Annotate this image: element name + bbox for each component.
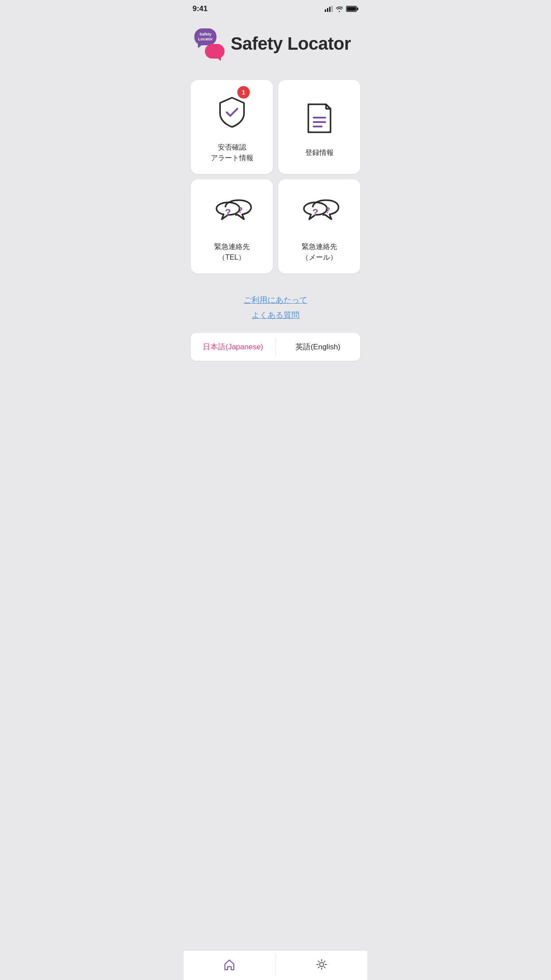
svg-text:?: ? bbox=[325, 206, 330, 215]
registration-card[interactable]: 登録情報 bbox=[278, 80, 360, 174]
document-icon bbox=[299, 98, 339, 139]
svg-point-4 bbox=[341, 6, 343, 8]
logo-text: SafetyLocator bbox=[198, 32, 213, 42]
svg-rect-0 bbox=[325, 9, 326, 12]
faq-link[interactable]: よくある質問 bbox=[252, 310, 299, 320]
terms-link[interactable]: ご利用にあたって bbox=[244, 295, 307, 305]
wifi-icon bbox=[335, 6, 343, 12]
safety-check-card[interactable]: 1 安否確認アラート情報 bbox=[191, 80, 273, 174]
english-lang-button[interactable]: 英語(English) bbox=[276, 333, 361, 361]
safety-check-label: 安否確認アラート情報 bbox=[211, 142, 253, 163]
language-switcher: 日本語(Japanese) 英語(English) bbox=[191, 333, 360, 361]
status-bar: 9:41 bbox=[184, 0, 367, 16]
chat-mail-icon: ? ? bbox=[299, 192, 339, 233]
japanese-lang-button[interactable]: 日本語(Japanese) bbox=[191, 333, 276, 361]
chat-tel-icon: ? ? bbox=[212, 192, 252, 233]
svg-text:?: ? bbox=[312, 207, 318, 218]
app-header: SafetyLocator Safety Locator bbox=[184, 16, 367, 66]
status-time: 9:41 bbox=[193, 4, 208, 13]
logo-bubble-purple: SafetyLocator bbox=[194, 28, 216, 45]
svg-rect-1 bbox=[327, 8, 328, 12]
signal-icon bbox=[325, 6, 333, 12]
notification-badge: 1 bbox=[237, 86, 250, 99]
card-grid: 1 安否確認アラート情報 登録情報 bbox=[184, 73, 367, 281]
emergency-mail-label: 緊急連絡先（メール） bbox=[302, 241, 337, 263]
emergency-tel-card[interactable]: ? ? 緊急連絡先（TEL） bbox=[191, 179, 273, 273]
svg-rect-6 bbox=[357, 8, 358, 10]
logo-bubble-pink bbox=[205, 44, 224, 59]
links-section: ご利用にあたって よくある質問 bbox=[184, 281, 367, 328]
svg-rect-3 bbox=[331, 6, 333, 12]
battery-icon bbox=[346, 6, 358, 12]
svg-text:?: ? bbox=[225, 207, 231, 218]
svg-rect-2 bbox=[329, 7, 331, 12]
app-logo: SafetyLocator bbox=[194, 28, 224, 59]
status-icons bbox=[325, 6, 358, 12]
svg-text:?: ? bbox=[238, 206, 243, 215]
svg-rect-7 bbox=[347, 7, 356, 11]
emergency-mail-card[interactable]: ? ? 緊急連絡先（メール） bbox=[278, 179, 360, 273]
shield-check-icon bbox=[212, 92, 252, 134]
registration-label: 登録情報 bbox=[305, 147, 334, 158]
emergency-tel-label: 緊急連絡先（TEL） bbox=[214, 241, 250, 263]
page-title: Safety Locator bbox=[231, 34, 351, 54]
